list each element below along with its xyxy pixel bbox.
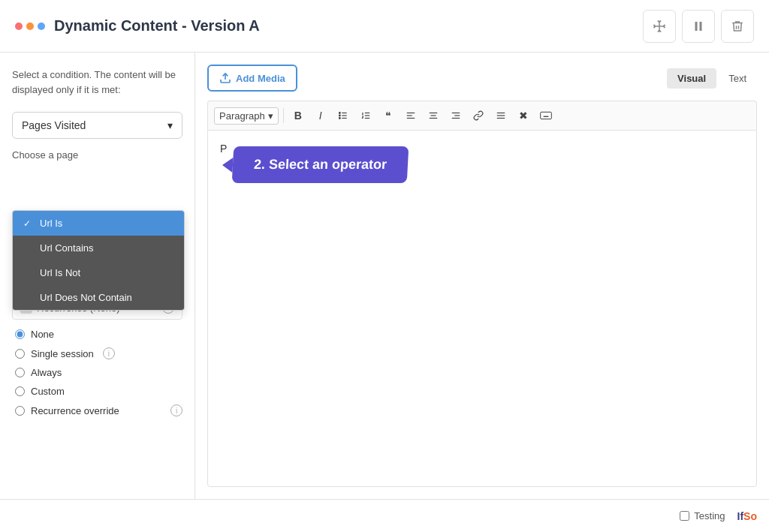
recurrence-override-radio[interactable] — [15, 406, 25, 416]
paragraph-chevron: ▾ — [268, 110, 273, 122]
editor-content: P — [220, 143, 227, 155]
ul-button[interactable] — [333, 106, 353, 125]
divider-1 — [283, 108, 284, 123]
logo-if: If — [737, 510, 744, 522]
move-button[interactable] — [643, 10, 676, 43]
url-contains-option[interactable]: Url Contains — [13, 236, 184, 260]
radio-none[interactable]: None — [15, 329, 182, 340]
remove-format-button[interactable]: ✖ — [514, 106, 533, 125]
svg-rect-24 — [540, 112, 551, 119]
left-panel: Select a condition. The content will be … — [0, 53, 195, 499]
header-title: Dynamic Content - Version A — [54, 17, 260, 35]
testing-checkbox-input[interactable] — [680, 511, 689, 521]
choose-page-label: Choose a page — [12, 149, 182, 161]
radio-custom[interactable]: Custom — [15, 386, 182, 397]
recurrence-override-label: Recurrence override — [31, 405, 119, 416]
radio-always-label: Always — [31, 367, 62, 378]
ol-button[interactable] — [356, 106, 375, 125]
bottom-bar: Testing IfSo — [0, 499, 769, 532]
editor-area[interactable]: P — [207, 130, 757, 487]
header-actions — [643, 10, 754, 43]
right-panel: Add Media Visual Text Paragraph ▾ B I — [195, 53, 769, 499]
checkmark-icon: ✓ — [23, 218, 34, 229]
logo-so: So — [743, 510, 757, 522]
url-does-not-contain-option[interactable]: Url Does Not Contain — [13, 285, 184, 310]
radio-group: None Single session i Always Custom — [12, 329, 182, 397]
header: Dynamic Content - Version A — [0, 0, 769, 53]
dot-orange — [26, 23, 34, 30]
url-is-option[interactable]: ✓ Url Is — [13, 211, 184, 236]
link-button[interactable] — [469, 106, 488, 125]
blockquote-button[interactable]: ❝ — [378, 106, 398, 125]
radio-custom-input[interactable] — [15, 386, 25, 396]
paragraph-label: Paragraph — [219, 110, 265, 122]
url-is-not-label: Url Is Not — [40, 267, 80, 278]
radio-none-input[interactable] — [15, 329, 25, 339]
info-single-icon[interactable]: i — [103, 347, 115, 359]
arrow-indicator — [166, 220, 173, 227]
editor-top: Add Media Visual Text — [207, 65, 757, 92]
add-media-button[interactable]: Add Media — [207, 65, 297, 92]
radio-always-input[interactable] — [15, 368, 25, 377]
add-media-label: Add Media — [236, 73, 285, 84]
url-operator-dropdown: ✓ Url Is Url Contains Url Is Not Url Doe… — [12, 210, 185, 311]
header-left: Dynamic Content - Version A — [15, 17, 260, 35]
dots — [15, 23, 45, 30]
content: Select a condition. The content will be … — [0, 53, 769, 499]
ifso-logo: IfSo — [737, 510, 757, 522]
url-contains-label: Url Contains — [40, 242, 94, 254]
svg-rect-0 — [695, 22, 698, 31]
tab-text[interactable]: Text — [718, 68, 757, 89]
main-wrapper: Dynamic Content - Version A S — [0, 0, 769, 532]
radio-custom-label: Custom — [31, 386, 65, 397]
svg-point-6 — [339, 113, 340, 114]
svg-point-7 — [339, 115, 340, 116]
paragraph-select[interactable]: Paragraph ▾ — [214, 107, 279, 125]
visual-text-tabs: Visual Text — [667, 68, 757, 89]
delete-button[interactable] — [721, 10, 754, 43]
url-is-not-option[interactable]: Url Is Not — [13, 260, 184, 285]
testing-label: Testing — [694, 510, 725, 521]
recurrence-override: Recurrence override i — [12, 404, 182, 416]
recurrence-section: − Recurrence (None) i None Single sessio… — [12, 296, 182, 416]
pages-visited-label: Pages Visited — [22, 119, 86, 131]
url-is-label: Url Is — [40, 218, 62, 229]
dot-red — [15, 23, 23, 30]
svg-point-8 — [339, 118, 340, 119]
radio-single-input[interactable] — [15, 349, 25, 359]
align-right-button[interactable] — [446, 106, 466, 125]
pages-visited-dropdown[interactable]: Pages Visited ▾ — [12, 112, 182, 139]
url-does-not-contain-label: Url Does Not Contain — [40, 292, 132, 303]
editor-toolbar: Paragraph ▾ B I ❝ — [207, 101, 757, 130]
radio-single-label: Single session — [31, 348, 94, 359]
callout-text: 2. Select an operator — [254, 157, 388, 172]
chevron-down-icon: ▾ — [167, 119, 173, 131]
radio-single-session[interactable]: Single session i — [15, 347, 182, 359]
callout-tooltip: 2. Select an operator — [232, 146, 409, 183]
dot-blue — [38, 23, 45, 30]
align-left-button[interactable] — [401, 106, 421, 125]
svg-rect-1 — [700, 22, 702, 31]
italic-button[interactable]: I — [311, 106, 330, 125]
align-center-button[interactable] — [424, 106, 443, 125]
radio-always[interactable]: Always — [15, 367, 182, 378]
hr-button[interactable] — [491, 106, 511, 125]
bold-button[interactable]: B — [288, 106, 308, 125]
pause-button[interactable] — [682, 10, 715, 43]
keyboard-button[interactable] — [536, 106, 556, 125]
radio-none-label: None — [31, 329, 54, 340]
testing-checkbox[interactable]: Testing — [680, 510, 725, 521]
info-override-icon[interactable]: i — [170, 404, 182, 416]
condition-label: Select a condition. The content will be … — [12, 68, 182, 97]
tab-visual[interactable]: Visual — [667, 68, 716, 89]
